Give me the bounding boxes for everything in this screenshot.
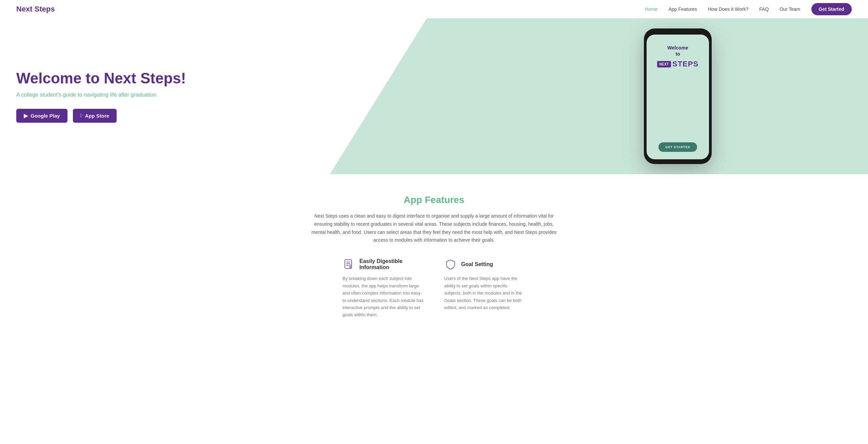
- phone-welcome-line2: to: [676, 51, 680, 57]
- document-icon: [342, 258, 355, 271]
- phone-screen: Welcome to NEXT STEPS GET STARTED: [647, 35, 709, 159]
- svg-rect-1: [346, 262, 350, 262]
- phone-welcome-text: Welcome to NEXT STEPS: [657, 45, 698, 68]
- apple-icon: : [80, 113, 82, 119]
- nav-get-started-button[interactable]: Get Started: [811, 3, 852, 15]
- phone-brand: NEXT STEPS: [657, 60, 698, 68]
- shield-icon: [444, 258, 457, 271]
- google-play-label: Google Play: [31, 113, 60, 119]
- site-logo[interactable]: Next Steps: [16, 5, 55, 14]
- hero-title: Welcome to Next Steps!: [16, 70, 186, 87]
- svg-rect-4: [350, 265, 352, 268]
- app-store-label: App Store: [85, 113, 110, 119]
- hero-content: Welcome to Next Steps! A college student…: [16, 63, 186, 123]
- feature-card-1-body: By breaking down each subject into modul…: [342, 275, 424, 319]
- navbar: Next Steps Home App Features How Does it…: [0, 0, 868, 18]
- feature-card-1-title: Easily Digestible Information: [359, 258, 424, 270]
- feature-card-2: Goal Setting Users of the Next Steps app…: [444, 258, 526, 319]
- features-cards: Easily Digestible Information By breakin…: [16, 258, 852, 319]
- play-icon: ▶: [24, 113, 28, 119]
- phone-frame: Welcome to NEXT STEPS GET STARTED: [644, 28, 712, 164]
- phone-welcome-line1: Welcome: [668, 45, 688, 51]
- feature-card-2-body: Users of the Next Steps app have the abi…: [444, 275, 526, 311]
- hero-buttons: ▶ Google Play  App Store: [16, 109, 186, 123]
- features-section: App Features Next Steps uses a clean and…: [0, 174, 868, 332]
- phone-notch: [666, 28, 690, 33]
- features-title: App Features: [16, 195, 852, 205]
- app-store-button[interactable]:  App Store: [73, 109, 117, 123]
- phone-brand-text: STEPS: [672, 60, 698, 68]
- nav-faq[interactable]: FAQ: [759, 6, 769, 12]
- feature-card-1: Easily Digestible Information By breakin…: [342, 258, 424, 319]
- svg-rect-2: [346, 263, 350, 264]
- nav-app-features[interactable]: App Features: [669, 6, 697, 12]
- feature-card-2-header: Goal Setting: [444, 258, 493, 271]
- feature-card-1-header: Easily Digestible Information: [342, 258, 424, 271]
- nav-home[interactable]: Home: [645, 6, 657, 12]
- features-description: Next Steps uses a clean and easy to dige…: [307, 212, 561, 244]
- phone-cta-button[interactable]: GET STARTED: [658, 142, 697, 152]
- nav-our-team[interactable]: Our Team: [780, 6, 800, 12]
- phone-mockup: Welcome to NEXT STEPS GET STARTED: [644, 28, 712, 164]
- nav-links: Home App Features How Does it Work? FAQ …: [645, 6, 852, 12]
- hero-background: [330, 18, 868, 174]
- google-play-button[interactable]: ▶ Google Play: [16, 109, 67, 123]
- phone-brand-box: NEXT: [657, 61, 671, 67]
- hero-section: Welcome to Next Steps! A college student…: [0, 18, 868, 174]
- feature-card-2-title: Goal Setting: [461, 261, 493, 267]
- nav-how-it-works[interactable]: How Does it Work?: [708, 6, 749, 12]
- svg-rect-3: [346, 265, 349, 266]
- hero-subtitle: A college student's guide to navigating …: [16, 92, 186, 98]
